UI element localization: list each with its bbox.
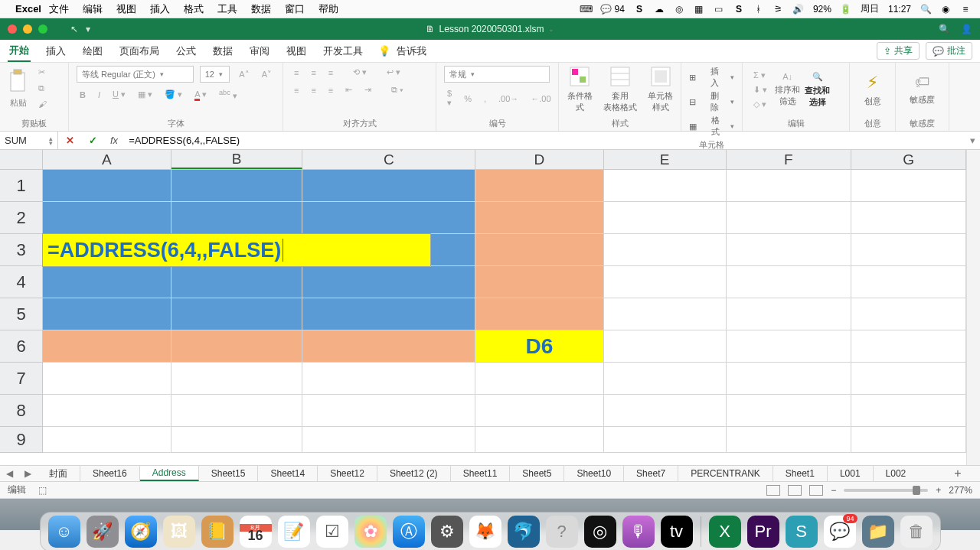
minimize-window-button[interactable]	[23, 24, 32, 34]
decrease-decimal-icon[interactable]: ←.00	[528, 93, 554, 105]
col-header-F[interactable]: F	[727, 150, 852, 169]
cells-grid[interactable]: D6 =ADDRESS(6,4,,FALSE)	[43, 170, 966, 465]
wrap-text-icon[interactable]: ↩︎ ▾	[384, 66, 403, 79]
bluetooth-icon[interactable]: ᚼ	[753, 4, 764, 15]
sheet-tab[interactable]: Sheet11	[451, 466, 511, 481]
sensitivity-button[interactable]: 🏷︎ 敏感度	[903, 66, 941, 113]
page-layout-view-icon[interactable]	[788, 485, 802, 496]
tab-nav-next-icon[interactable]: ▶	[24, 468, 31, 479]
sheet-tab[interactable]: Sheet5	[510, 466, 564, 481]
col-header-C[interactable]: C	[302, 150, 475, 169]
name-box-stepper-icon[interactable]: ▴▾	[49, 136, 53, 145]
share-button[interactable]: ⇪共享	[877, 42, 920, 60]
col-header-A[interactable]: A	[43, 150, 172, 169]
table-format-button[interactable]: 套用 表格格式	[603, 66, 637, 113]
font-name-select[interactable]: 等线 Regular (正文)▾	[77, 66, 194, 83]
wechat-app-icon[interactable]: 💬	[824, 516, 856, 548]
wechat-menubar-icon[interactable]: 💬 94	[600, 4, 625, 15]
autosave-toggle-icon[interactable]: ↖︎	[70, 24, 78, 34]
fill-icon[interactable]: ⬇︎ ▾	[750, 83, 770, 96]
cancel-edit-button[interactable]: ✕	[58, 135, 81, 146]
sheet-tab[interactable]: Sheet10	[564, 466, 624, 481]
bold-button[interactable]: B	[77, 89, 89, 101]
underline-button[interactable]: U ▾	[109, 88, 129, 101]
row-header-2[interactable]: 2	[0, 202, 42, 234]
col-header-E[interactable]: E	[604, 150, 727, 169]
spotlight-icon[interactable]: 🔍	[920, 4, 931, 15]
tab-nav-prev-icon[interactable]: ◀	[6, 468, 13, 479]
app-name[interactable]: Excel	[15, 3, 41, 15]
sheet-tab[interactable]: PERCENTRANK	[678, 466, 773, 481]
normal-view-icon[interactable]	[766, 485, 780, 496]
border-button[interactable]: ▦ ▾	[135, 88, 155, 101]
tell-me[interactable]: 告诉我	[395, 41, 428, 61]
tab-review[interactable]: 审阅	[248, 41, 271, 61]
expand-formula-bar-icon[interactable]: ▾	[965, 135, 980, 146]
align-top-icon[interactable]: ≡	[291, 67, 302, 79]
close-window-button[interactable]	[8, 24, 17, 34]
zoom-in-button[interactable]: +	[936, 485, 941, 496]
cell-styles-button[interactable]: 单元格 样式	[648, 66, 673, 113]
tab-insert[interactable]: 插入	[44, 41, 67, 61]
row-header-8[interactable]: 8	[0, 395, 42, 427]
row-header-5[interactable]: 5	[0, 298, 42, 330]
menu-edit[interactable]: 编辑	[83, 2, 103, 16]
copy-icon[interactable]: ⧉	[35, 82, 50, 95]
comments-button[interactable]: 💬批注	[926, 42, 972, 60]
percent-icon[interactable]: %	[461, 93, 475, 105]
excel-app-icon[interactable]: X	[709, 516, 741, 548]
tab-view[interactable]: 视图	[285, 41, 308, 61]
row-header-9[interactable]: 9	[0, 427, 42, 453]
sheet-tab[interactable]: L001	[828, 466, 874, 481]
ideas-button[interactable]: ⚡︎ 创意	[858, 66, 887, 113]
appstore-icon[interactable]: Ⓐ	[393, 516, 425, 548]
folder-icon[interactable]: 📁	[862, 516, 894, 548]
align-center-icon[interactable]: ≡	[308, 84, 318, 96]
title-dropdown-icon[interactable]: ⌄	[548, 25, 554, 33]
cloud-icon[interactable]: ☁︎	[654, 4, 665, 15]
accept-edit-button[interactable]: ✓	[81, 135, 104, 146]
sheet-tab[interactable]: Sheet7	[624, 466, 678, 481]
input-source-icon[interactable]: ⌨︎	[580, 4, 591, 15]
trash-icon[interactable]: 🗑︎	[900, 516, 933, 548]
find-select-button[interactable]: 🔍 查找和 选择	[805, 72, 830, 108]
align-right-icon[interactable]: ≡	[325, 84, 336, 96]
col-header-G[interactable]: G	[851, 150, 966, 169]
podcasts-icon[interactable]: 🎙︎	[622, 516, 655, 548]
tab-data[interactable]: 数据	[211, 41, 234, 61]
fill-color-button[interactable]: 🪣 ▾	[162, 88, 185, 101]
cut-icon[interactable]: ✂︎	[35, 66, 50, 79]
orientation-icon[interactable]: ⟲ ▾	[350, 66, 370, 79]
font-size-select[interactable]: 12▾	[200, 66, 230, 83]
sheet-tab-active[interactable]: Address	[140, 466, 199, 481]
snagit-icon[interactable]: S	[786, 516, 818, 548]
phonetic-button[interactable]: abc ▾	[216, 87, 240, 103]
vertical-scrollbar[interactable]	[966, 150, 980, 465]
menu-tools[interactable]: 工具	[217, 2, 237, 16]
zoom-window-button[interactable]	[38, 24, 47, 34]
appletv-icon[interactable]: tv	[661, 516, 693, 548]
row-header-4[interactable]: 4	[0, 266, 42, 298]
align-middle-icon[interactable]: ≡	[308, 67, 318, 79]
notes-icon[interactable]: 📝	[278, 516, 310, 548]
zoom-out-button[interactable]: −	[831, 485, 836, 496]
mysql-icon[interactable]: 🐬	[508, 516, 540, 548]
s-icon-1[interactable]: S	[634, 4, 645, 15]
insert-cells-button[interactable]: ⊞ 插入 ▾	[689, 66, 734, 89]
search-icon[interactable]: 🔍	[939, 24, 950, 34]
sheet-tab[interactable]: Sheet1	[773, 466, 828, 481]
sheet-tab[interactable]: Sheet12	[318, 466, 377, 481]
increase-indent-icon[interactable]: ⇥	[361, 83, 374, 96]
firefox-icon[interactable]: 🦊	[469, 516, 501, 548]
tab-home[interactable]: 开始	[8, 41, 31, 62]
help-icon[interactable]: ?	[546, 516, 578, 548]
tab-layout[interactable]: 页面布局	[118, 41, 161, 61]
photos-icon[interactable]: ✿	[354, 516, 387, 548]
grid-icon[interactable]: ▦	[694, 4, 704, 15]
menu-file[interactable]: 文件	[49, 2, 69, 16]
sheet-tab[interactable]: Sheet14	[258, 466, 318, 481]
sheet-tab[interactable]: Sheet15	[199, 466, 259, 481]
row-header-6[interactable]: 6	[0, 330, 42, 363]
fx-icon[interactable]: fx	[104, 135, 124, 146]
settings-icon[interactable]: ⚙︎	[431, 516, 463, 548]
